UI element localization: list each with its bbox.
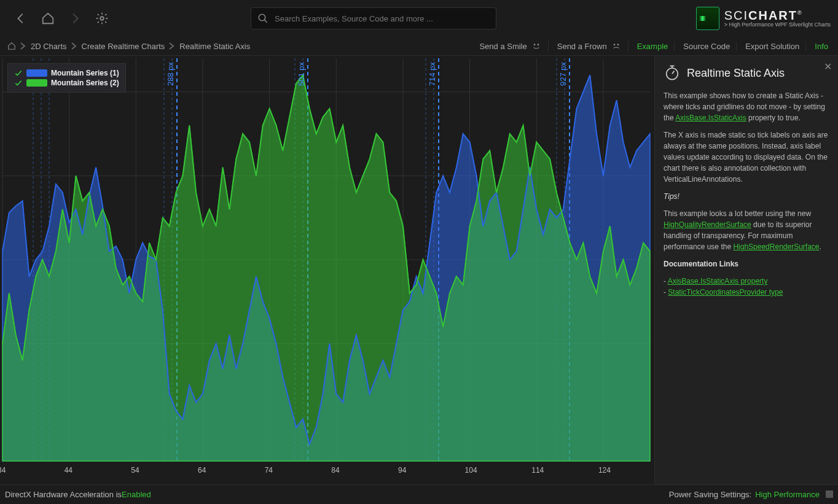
breadcrumb-bar: 2D Charts Create Realtime Charts Realtim… bbox=[0, 37, 838, 56]
x-tick-label: 114 bbox=[531, 466, 544, 475]
info-panel: ✕ Realtime Static Axis This example show… bbox=[654, 56, 838, 484]
x-tick-label: 64 bbox=[198, 466, 206, 475]
breadcrumb-0[interactable]: 2D Charts bbox=[27, 42, 71, 51]
back-button[interactable] bbox=[12, 10, 29, 27]
forward-button[interactable] bbox=[66, 10, 84, 27]
svg-line-37 bbox=[672, 71, 675, 74]
logo: SCICHART® > High Performance WPF Silverl… bbox=[696, 7, 831, 30]
status-bar: DirectX Hardware Acceleration is Enabled… bbox=[0, 484, 838, 503]
annotation-label: 501 px bbox=[297, 62, 306, 86]
settings-button[interactable] bbox=[93, 10, 111, 27]
svg-point-4 bbox=[538, 44, 539, 45]
x-tick-label: 34 bbox=[0, 466, 6, 475]
search-wrap bbox=[251, 7, 496, 29]
chart-svg bbox=[0, 56, 672, 484]
stopwatch-icon bbox=[664, 64, 681, 82]
search-icon bbox=[257, 13, 268, 24]
doc-link-1[interactable]: AxisBase.IsStaticAxis property bbox=[668, 277, 768, 285]
logo-icon bbox=[696, 7, 719, 30]
tab-example[interactable]: Example bbox=[631, 42, 675, 51]
info-title: Realtime Static Axis bbox=[664, 64, 829, 82]
x-tick-label: 84 bbox=[331, 466, 339, 475]
svg-point-36 bbox=[667, 68, 678, 80]
x-tick-label: 54 bbox=[131, 466, 139, 475]
send-smile[interactable]: Send a Smile bbox=[473, 41, 548, 52]
tab-export[interactable]: Export Solution bbox=[739, 42, 806, 51]
top-bar: SCICHART® > High Performance WPF Silverl… bbox=[0, 0, 838, 37]
x-tick-label: 104 bbox=[465, 466, 477, 475]
svg-point-0 bbox=[100, 17, 104, 20]
main: 05101534445464748494104114124288 px501 p… bbox=[0, 56, 838, 484]
svg-point-1 bbox=[259, 14, 265, 21]
power-settings-button[interactable] bbox=[826, 490, 833, 498]
search-box[interactable] bbox=[251, 7, 496, 29]
link-isstaticaxis[interactable]: AxisBase.IsStaticAxis bbox=[675, 114, 746, 122]
svg-point-5 bbox=[614, 44, 615, 45]
close-info-button[interactable]: ✕ bbox=[824, 61, 832, 72]
chart-pane[interactable]: 05101534445464748494104114124288 px501 p… bbox=[0, 56, 654, 484]
home-crumb[interactable] bbox=[4, 42, 20, 50]
svg-point-6 bbox=[617, 44, 619, 45]
x-tick-label: 124 bbox=[598, 466, 611, 475]
legend-item-1[interactable]: Mountain Series (2) bbox=[14, 79, 119, 87]
tab-info[interactable]: Info bbox=[809, 42, 834, 51]
search-input[interactable] bbox=[273, 14, 490, 24]
annotation-label: 927 px bbox=[558, 62, 568, 86]
home-button[interactable] bbox=[39, 10, 57, 27]
breadcrumb-2[interactable]: Realtime Static Axis bbox=[176, 42, 254, 51]
send-frown[interactable]: Send a Frown bbox=[551, 41, 628, 52]
svg-point-3 bbox=[534, 44, 535, 45]
link-hq-surface[interactable]: HighQualityRenderSurface bbox=[664, 220, 751, 229]
annotation-label: 714 px bbox=[428, 62, 437, 86]
legend-item-0[interactable]: Mountain Series (1) bbox=[14, 69, 119, 77]
x-tick-label: 74 bbox=[265, 466, 273, 475]
doc-link-2[interactable]: StaticTickCoordinatesProvider type bbox=[668, 288, 783, 297]
x-tick-label: 94 bbox=[398, 466, 406, 475]
annotation-label: 288 px bbox=[166, 62, 175, 86]
breadcrumb-1[interactable]: Create Realtime Charts bbox=[78, 42, 169, 51]
legend: Mountain Series (1) Mountain Series (2) bbox=[7, 63, 126, 93]
svg-line-2 bbox=[264, 20, 267, 23]
x-tick-label: 44 bbox=[65, 466, 72, 475]
link-hs-surface[interactable]: HighSpeedRenderSurface bbox=[733, 242, 819, 251]
tab-source[interactable]: Source Code bbox=[677, 42, 737, 51]
